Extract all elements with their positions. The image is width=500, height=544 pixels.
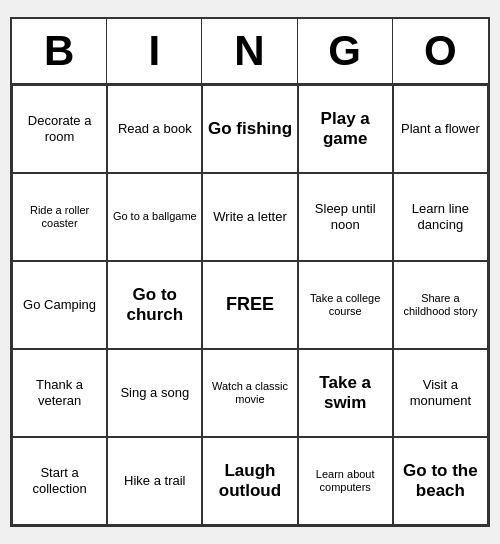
bingo-cell-16: Sing a song: [107, 349, 202, 437]
bingo-cell-21: Hike a trail: [107, 437, 202, 525]
bingo-cell-20: Start a collection: [12, 437, 107, 525]
bingo-cell-9: Learn line dancing: [393, 173, 488, 261]
bingo-cell-18: Take a swim: [298, 349, 393, 437]
bingo-cell-1: Read a book: [107, 85, 202, 173]
bingo-cell-11: Go to church: [107, 261, 202, 349]
bingo-cell-23: Learn about computers: [298, 437, 393, 525]
bingo-cell-2: Go fishing: [202, 85, 297, 173]
bingo-grid: Decorate a roomRead a bookGo fishingPlay…: [12, 85, 488, 525]
bingo-cell-24: Go to the beach: [393, 437, 488, 525]
bingo-cell-7: Write a letter: [202, 173, 297, 261]
bingo-cell-6: Go to a ballgame: [107, 173, 202, 261]
bingo-letter-b: B: [12, 19, 107, 83]
bingo-cell-8: Sleep until noon: [298, 173, 393, 261]
bingo-letter-o: O: [393, 19, 488, 83]
bingo-cell-0: Decorate a room: [12, 85, 107, 173]
bingo-header: BINGO: [12, 19, 488, 85]
bingo-cell-12: FREE: [202, 261, 297, 349]
bingo-letter-n: N: [202, 19, 297, 83]
bingo-cell-19: Visit a monument: [393, 349, 488, 437]
bingo-cell-22: Laugh outloud: [202, 437, 297, 525]
bingo-cell-14: Share a childhood story: [393, 261, 488, 349]
bingo-cell-4: Plant a flower: [393, 85, 488, 173]
bingo-cell-17: Watch a classic movie: [202, 349, 297, 437]
bingo-cell-5: Ride a roller coaster: [12, 173, 107, 261]
bingo-card: BINGO Decorate a roomRead a bookGo fishi…: [10, 17, 490, 527]
bingo-letter-g: G: [298, 19, 393, 83]
bingo-cell-15: Thank a veteran: [12, 349, 107, 437]
bingo-cell-3: Play a game: [298, 85, 393, 173]
bingo-cell-13: Take a college course: [298, 261, 393, 349]
bingo-cell-10: Go Camping: [12, 261, 107, 349]
bingo-letter-i: I: [107, 19, 202, 83]
